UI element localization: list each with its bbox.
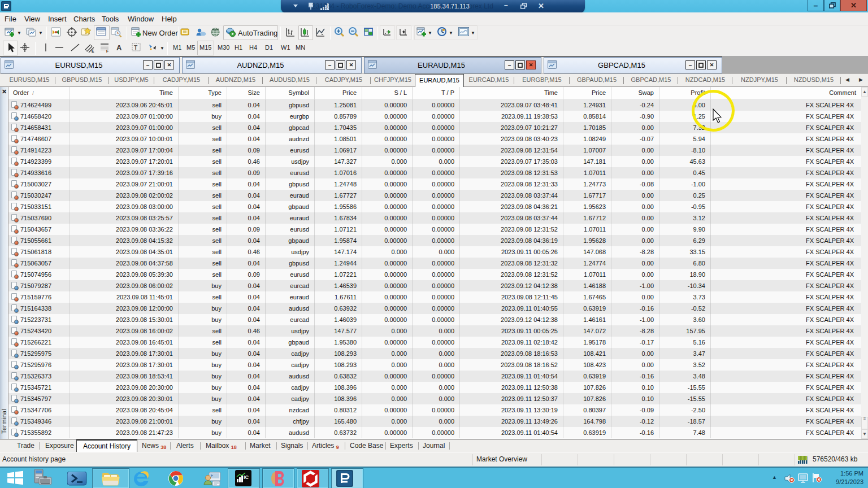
svg-text:IC: IC <box>244 474 249 480</box>
svg-text:T: T <box>134 45 137 51</box>
svg-text:F: F <box>106 49 109 53</box>
svg-text:E: E <box>92 49 94 53</box>
